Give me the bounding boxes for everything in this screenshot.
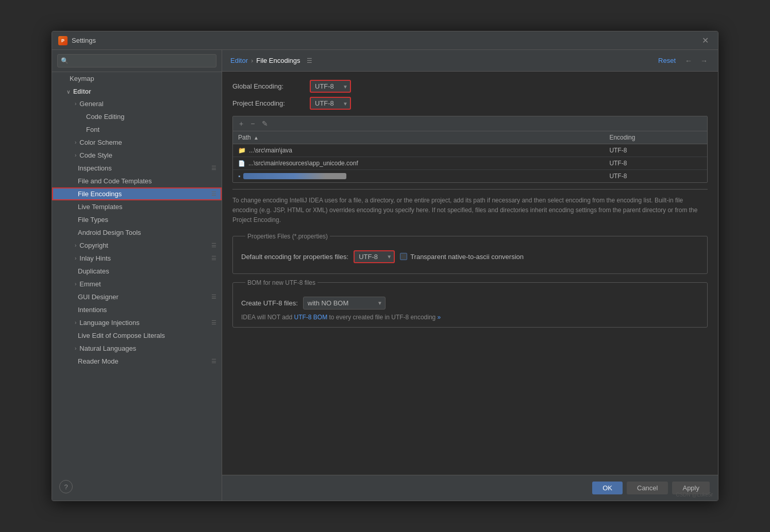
arrow-icon: › — [75, 255, 76, 261]
sidebar-item-editor[interactable]: ∨ Editor — [52, 85, 222, 97]
sidebar-item-label: GUI Designer — [78, 293, 119, 301]
checkbox-box — [400, 253, 407, 260]
sidebar-item-live-templates[interactable]: Live Templates — [52, 200, 222, 213]
settings-icon: ☰ — [211, 294, 216, 300]
settings-icon[interactable]: ☰ — [307, 57, 312, 64]
file-icon: 📄 — [238, 160, 245, 167]
edit-path-button[interactable]: ✎ — [260, 118, 270, 129]
default-encoding-label: Default encoding for properties files: — [241, 253, 348, 261]
sidebar-item-label: Duplicates — [78, 267, 109, 275]
table-cell-path: 📄 ...\src\main\resources\app_unicode.con… — [233, 157, 604, 170]
table-row[interactable]: ▪ UTF-8 — [233, 170, 707, 183]
breadcrumb-separator: › — [251, 57, 253, 64]
arrow-icon: › — [75, 243, 76, 248]
col-path[interactable]: Path ▲ — [233, 131, 604, 144]
sidebar-item-label: Keymap — [70, 75, 94, 82]
table-row[interactable]: 📄 ...\src\main\resources\app_unicode.con… — [233, 157, 707, 170]
sidebar-item-file-types[interactable]: File Types — [52, 213, 222, 226]
sidebar-item-intentions[interactable]: Intentions — [52, 303, 222, 316]
sidebar-item-inlay-hints[interactable]: › Inlay Hints ☰ — [52, 252, 222, 265]
sidebar-item-natural-languages[interactable]: › Natural Languages — [52, 342, 222, 355]
checkbox-label: Transparent native-to-ascii conversion — [410, 253, 524, 261]
sidebar-item-color-scheme[interactable]: › Color Scheme — [52, 136, 222, 149]
forward-button[interactable]: → — [698, 56, 710, 66]
breadcrumb-editor[interactable]: Editor — [230, 57, 248, 64]
sidebar-item-label: Editor — [73, 88, 91, 95]
sidebar-item-inspections[interactable]: Inspections ☰ — [52, 162, 222, 175]
table-cell-encoding: UTF-8 — [604, 170, 707, 183]
sidebar-item-language-injections[interactable]: › Language Injections ☰ — [52, 316, 222, 329]
sidebar-item-label: File and Code Templates — [78, 177, 152, 185]
sidebar-item-label: Inlay Hints — [79, 254, 111, 262]
arrow-icon: › — [75, 140, 76, 145]
help-button[interactable]: ? — [59, 480, 73, 493]
arrow-icon: › — [75, 346, 76, 351]
settings-icon: ☰ — [211, 358, 216, 365]
sidebar-item-live-edit[interactable]: Live Edit of Compose Literals — [52, 329, 222, 342]
panel-footer: OK Cancel Apply — [222, 475, 718, 501]
close-button[interactable]: ✕ — [699, 36, 712, 46]
bom-info-link[interactable]: UTF-8 BOM — [294, 314, 327, 321]
sidebar-item-file-encodings[interactable]: File Encodings ☰ — [52, 187, 222, 200]
sidebar-item-font[interactable]: Font — [52, 123, 222, 136]
arrow-icon: › — [75, 281, 76, 287]
sidebar-item-gui-designer[interactable]: GUI Designer ☰ — [52, 290, 222, 303]
sidebar-item-general[interactable]: › General — [52, 97, 222, 110]
sidebar-item-emmet[interactable]: › Emmet — [52, 278, 222, 290]
sidebar-item-label: Copyright — [79, 242, 108, 249]
bom-info-text2: to every created file in UTF-8 encoding — [327, 314, 436, 321]
sidebar-item-label: Android Design Tools — [78, 229, 141, 236]
settings-icon: ☰ — [211, 242, 216, 249]
sidebar-item-label: Intentions — [78, 306, 107, 314]
bom-arrow-link[interactable]: » — [438, 314, 441, 321]
settings-icon: ☰ — [211, 255, 216, 262]
sidebar-item-copyright[interactable]: › Copyright ☰ — [52, 239, 222, 252]
search-icon: 🔍 — [61, 57, 69, 64]
sidebar-item-duplicates[interactable]: Duplicates — [52, 265, 222, 278]
global-encoding-row: Global Encoding: UTF-8 ▼ — [232, 80, 708, 93]
global-encoding-select-wrap: UTF-8 ▼ — [310, 80, 351, 93]
global-encoding-label: Global Encoding: — [232, 82, 310, 90]
reset-button[interactable]: Reset — [655, 56, 679, 65]
project-encoding-label: Project Encoding: — [232, 99, 310, 107]
sidebar-item-label: Natural Languages — [79, 345, 136, 352]
sidebar-item-android-design-tools[interactable]: Android Design Tools — [52, 226, 222, 239]
sidebar-item-file-code-templates[interactable]: File and Code Templates — [52, 175, 222, 187]
sort-icon: ▲ — [254, 135, 259, 141]
sidebar-item-label: Live Templates — [78, 203, 122, 211]
arrow-icon: › — [75, 152, 76, 158]
panel-body: Global Encoding: UTF-8 ▼ Project Encodin… — [222, 72, 718, 475]
back-button[interactable]: ← — [683, 56, 694, 66]
sidebar-item-code-editing[interactable]: Code Editing — [52, 110, 222, 123]
table-cell-path: ▪ — [233, 170, 604, 183]
sidebar-item-label: Emmet — [79, 280, 101, 288]
table-row[interactable]: 📁 ...\src\main\java UTF-8 — [233, 144, 707, 157]
sidebar-item-code-style[interactable]: › Code Style — [52, 149, 222, 162]
sidebar-item-label: Code Style — [79, 151, 112, 159]
settings-icon: ☰ — [211, 165, 216, 171]
project-encoding-select[interactable]: UTF-8 — [310, 97, 351, 110]
sidebar-item-label: Code Editing — [86, 113, 124, 121]
window-title: Settings — [72, 37, 96, 44]
transparent-checkbox[interactable]: Transparent native-to-ascii conversion — [400, 253, 524, 261]
bom-create-label: Create UTF-8 files: — [241, 299, 298, 307]
path-value: ...\src\main\java — [249, 147, 292, 154]
sidebar-item-label: Live Edit of Compose Literals — [78, 332, 165, 339]
remove-path-button[interactable]: − — [248, 118, 257, 129]
prop-row: Default encoding for properties files: U… — [241, 250, 699, 263]
breadcrumb-current: File Encodings — [256, 57, 300, 64]
cancel-button[interactable]: Cancel — [627, 482, 668, 494]
add-path-button[interactable]: + — [237, 118, 245, 129]
search-input[interactable] — [57, 54, 216, 67]
table-cell-encoding: UTF-8 — [604, 157, 707, 170]
file-table-container: + − ✎ Path ▲ Encoding — [232, 116, 708, 183]
bom-select[interactable]: with NO BOM with BOM — [303, 297, 386, 310]
sidebar-scroll: Keymap ∨ Editor › General Code Editing — [52, 72, 222, 501]
sidebar-item-keymap[interactable]: Keymap — [52, 72, 222, 85]
default-encoding-select[interactable]: UTF-8 — [354, 250, 395, 263]
arrow-icon: ∨ — [66, 89, 70, 95]
global-encoding-select[interactable]: UTF-8 — [310, 80, 351, 93]
ok-button[interactable]: OK — [592, 482, 623, 494]
arrow-icon: › — [75, 320, 76, 325]
sidebar-item-reader-mode[interactable]: Reader Mode ☰ — [52, 355, 222, 368]
